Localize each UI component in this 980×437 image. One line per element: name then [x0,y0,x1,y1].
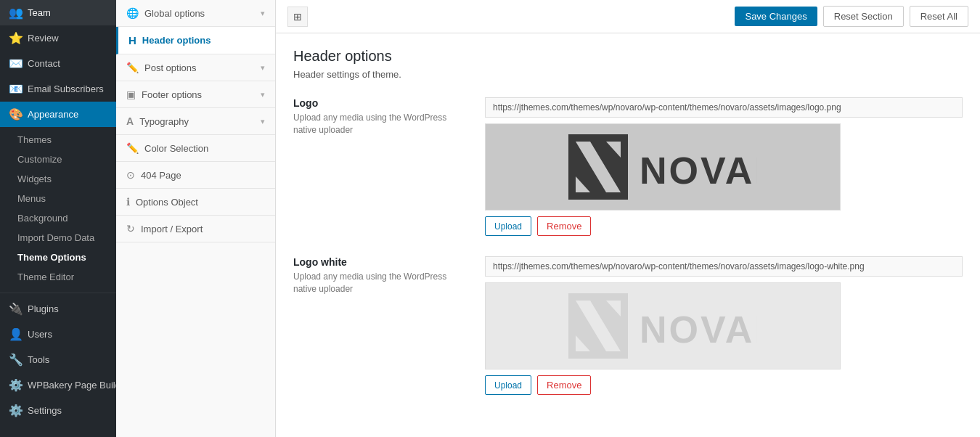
logo-white-remove-button[interactable]: Remove [537,375,591,395]
mid-item-post-options[interactable]: ✏️ Post options ▾ [116,54,275,81]
tools-icon: 🔧 [9,353,22,367]
logo-white-field-label: Logo white [293,256,467,268]
sidebar-item-settings[interactable]: ⚙️ Settings [0,398,116,423]
mid-label-footer: Footer options [142,89,202,100]
novaro-white-logo-svg: NOVARO [568,293,757,359]
sidebar-users-label: Users [28,329,52,340]
sidebar-item-users[interactable]: 👤 Users [0,322,116,347]
footer-icon: ▣ [126,89,136,100]
reset-all-button[interactable]: Reset All [910,6,968,27]
logo-white-field-hint: Upload any media using the WordPress nat… [293,271,467,295]
mid-label-color: Color Selection [144,143,208,154]
logo-remove-button[interactable]: Remove [537,216,591,236]
post-icon: ✏️ [126,62,139,73]
sidebar-sub-widgets[interactable]: Widgets [0,169,116,189]
logo-preview: NOVARO [485,123,841,211]
sidebar-wpbakery-label: WPBakery Page Builder [28,380,116,391]
post-arrow-icon: ▾ [261,63,265,73]
review-icon: ⭐ [9,31,22,45]
global-icon: 🌐 [126,7,139,19]
sidebar-item-email-label: Email Subscribers [28,83,104,94]
wpbakery-icon: ⚙️ [9,378,22,392]
mid-item-404[interactable]: ⊙ 404 Page [116,162,275,189]
sidebar-sub-import-demo[interactable]: Import Demo Data [0,228,116,248]
mid-item-footer-options[interactable]: ▣ Footer options ▾ [116,81,275,108]
sidebar-item-appearance-label: Appearance [28,109,78,120]
main-body: Header options Header settings of theme.… [276,33,980,430]
email-icon: 📧 [9,82,22,96]
logo-field-row: Logo Upload any media using the WordPres… [293,97,963,236]
logo-white-upload-button[interactable]: Upload [485,375,531,395]
logo-white-url-input[interactable] [485,256,963,277]
section-title: Header options [293,48,963,65]
contact-icon: ✉️ [9,57,22,70]
grid-icon: ⊞ [293,11,302,23]
sidebar-plugins-label: Plugins [28,303,59,314]
sidebar-settings-label: Settings [28,405,62,416]
mid-label-header: Header options [142,35,211,46]
grid-view-button[interactable]: ⊞ [287,7,308,27]
header-icon: H [128,34,136,46]
sidebar-item-contact[interactable]: ✉️ Contact [0,51,116,76]
mid-item-color-selection[interactable]: ✏️ Color Selection [116,135,275,162]
mid-label-404: 404 Page [141,170,181,181]
mid-label-import-export: Import / Export [141,224,203,234]
novaro-logo-svg: NOVARO [568,134,757,200]
sidebar-tools-label: Tools [28,354,49,365]
sidebar-item-email-subscribers[interactable]: 📧 Email Subscribers [0,76,116,102]
mid-label-options: Options Object [136,197,198,208]
svg-text:NOVARO: NOVARO [640,150,757,192]
typography-arrow-icon: ▾ [261,117,265,126]
sidebar-sub-theme-options[interactable]: Theme Options [0,248,116,267]
logo-field-label: Logo [293,97,467,109]
section-desc: Header settings of theme. [293,69,963,80]
main-content: ⊞ Save Changes Reset Section Reset All H… [276,0,980,437]
appearance-icon: 🎨 [9,107,22,121]
sidebar-item-team[interactable]: 👥 Team [0,0,116,25]
sidebar-item-tools[interactable]: 🔧 Tools [0,347,116,372]
users-icon: 👤 [9,327,22,341]
mid-item-global-options[interactable]: 🌐 Global options ▾ [116,0,275,27]
middle-panel: 🌐 Global options ▾ H Header options ✏️ P… [116,0,276,437]
sidebar-sub-menus[interactable]: Menus [0,189,116,208]
sidebar-sub-background[interactable]: Background [0,208,116,228]
reset-section-button[interactable]: Reset Section [823,6,904,27]
mid-label-post: Post options [144,62,197,73]
logo-white-preview: NOVARO [485,282,841,369]
mid-item-options-object[interactable]: ℹ Options Object [116,189,275,216]
sidebar-item-plugins[interactable]: 🔌 Plugins [0,296,116,322]
plugins-icon: 🔌 [9,302,22,316]
logo-white-field-row: Logo white Upload any media using the Wo… [293,256,963,395]
settings-icon: ⚙️ [9,404,22,417]
sidebar-item-review-label: Review [28,33,59,44]
options-icon: ℹ [126,196,130,208]
mid-item-header-options[interactable]: H Header options [116,27,275,54]
logo-field-hint: Upload any media using the WordPress nat… [293,112,467,136]
logo-upload-button[interactable]: Upload [485,216,531,236]
team-icon: 👥 [9,6,22,20]
global-arrow-icon: ▾ [261,9,265,18]
sidebar-item-wpbakery[interactable]: ⚙️ WPBakery Page Builder [0,372,116,398]
svg-text:NOVARO: NOVARO [640,309,757,351]
sidebar-item-team-label: Team [28,7,51,18]
logo-url-input[interactable] [485,97,963,118]
sidebar-sub-customize[interactable]: Customize [0,150,116,169]
main-toolbar: ⊞ Save Changes Reset Section Reset All [276,0,980,33]
sidebar-item-review[interactable]: ⭐ Review [0,25,116,51]
sidebar-item-appearance[interactable]: 🎨 Appearance [0,102,116,127]
import-export-icon: ↻ [126,223,135,234]
sidebar-sub-theme-editor[interactable]: Theme Editor [0,267,116,287]
color-icon: ✏️ [126,142,139,154]
404-icon: ⊙ [126,169,135,181]
sidebar-item-contact-label: Contact [28,58,60,69]
mid-label-global: Global options [144,8,205,19]
sidebar: 👥 Team ⭐ Review ✉️ Contact 📧 Email Subsc… [0,0,116,437]
footer-arrow-icon: ▾ [261,90,265,99]
save-changes-button[interactable]: Save Changes [735,7,817,26]
mid-item-import-export[interactable]: ↻ Import / Export [116,216,275,242]
sidebar-sub-themes[interactable]: Themes [0,130,116,150]
typography-icon: A [126,115,134,127]
mid-item-typography[interactable]: A Typography ▾ [116,108,275,135]
mid-label-typography: Typography [139,116,189,127]
